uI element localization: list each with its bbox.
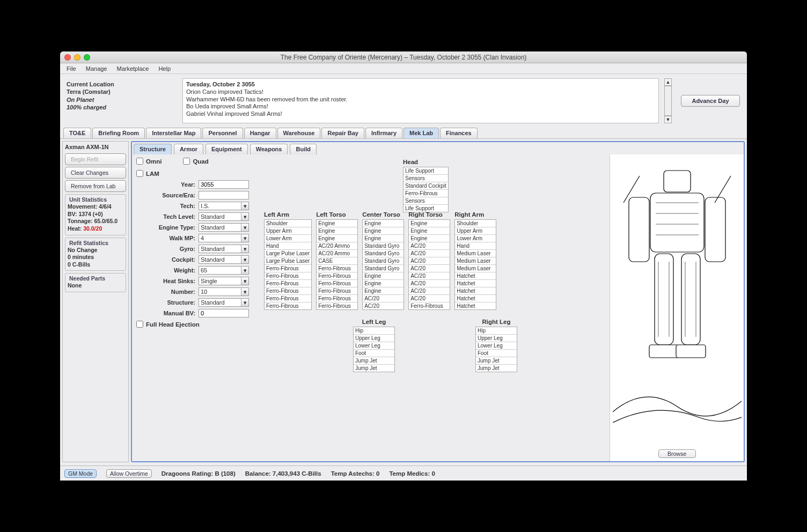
crit-slot[interactable]: Upper Arm <box>265 227 311 235</box>
crit-slot[interactable]: AC/20 <box>409 295 450 302</box>
crit-slot[interactable]: Lower Arm <box>455 235 496 242</box>
remove-from-lab-button[interactable]: Remove from Lab <box>65 180 126 192</box>
tab-finances[interactable]: Finances <box>440 128 478 138</box>
crit-slot[interactable]: Standard Gyro <box>363 257 404 265</box>
crit-slot[interactable]: Hand <box>455 242 496 250</box>
crit-slot[interactable]: Engine <box>363 280 404 287</box>
crit-slot[interactable]: Jump Jet <box>476 365 517 372</box>
tab-hangar[interactable]: Hangar <box>244 128 276 138</box>
crit-slot[interactable]: AC/20 <box>409 280 450 287</box>
log-scrollbar[interactable]: ▲ ▼ <box>664 78 673 123</box>
crit-slot[interactable]: AC/20 <box>409 257 450 265</box>
gm-mode-button[interactable]: GM Mode <box>64 469 97 478</box>
crit-slot[interactable]: Ferro-Fibrous <box>317 265 357 272</box>
crit-slot[interactable]: Lower Leg <box>354 342 394 350</box>
advance-day-button[interactable]: Advance Day <box>681 95 740 107</box>
crit-slot[interactable]: AC/20 Ammo <box>317 242 357 250</box>
lam-checkbox[interactable] <box>136 170 143 177</box>
crit-slot[interactable]: Engine <box>363 220 404 227</box>
browse-button[interactable]: Browse <box>658 449 696 458</box>
subtab-armor[interactable]: Armor <box>174 144 203 154</box>
year-input[interactable] <box>199 180 249 189</box>
begin-refit-button[interactable]: Begin Refit <box>65 153 126 165</box>
crit-slot[interactable]: Engine <box>363 227 404 235</box>
crit-slot[interactable]: Hatchet <box>455 302 496 309</box>
crit-slot[interactable]: Ferro-Fibrous <box>317 280 357 287</box>
crit-slot[interactable]: Standard Gyro <box>363 265 404 272</box>
crit-slot[interactable]: Ferro-Fibrous <box>404 190 448 197</box>
crit-slot[interactable]: Upper Leg <box>476 335 517 342</box>
crit-slot[interactable]: Standard Gyro <box>363 242 404 250</box>
crit-slot[interactable]: Sensors <box>404 197 448 205</box>
crit-slot[interactable]: Jump Jet <box>354 357 394 365</box>
crit-slot[interactable]: Engine <box>409 227 450 235</box>
crit-slot[interactable]: Ferro-Fibrous <box>265 265 311 272</box>
tab-repair[interactable]: Repair Bay <box>321 128 364 138</box>
gyro-select[interactable]: Standard▾ <box>199 245 249 253</box>
crit-slot[interactable]: Engine <box>363 235 404 242</box>
menu-help[interactable]: Help <box>154 64 175 73</box>
crit-slot[interactable]: Ferro-Fibrous <box>265 280 311 287</box>
menu-marketplace[interactable]: Marketplace <box>113 64 153 73</box>
subtab-equipment[interactable]: Equipment <box>206 144 248 154</box>
techlevel-select[interactable]: Standard▾ <box>199 212 249 221</box>
tab-infirmary[interactable]: Infirmary <box>365 128 402 138</box>
crit-slot[interactable]: Shoulder <box>455 220 496 227</box>
scroll-track[interactable] <box>664 86 672 116</box>
source-input[interactable] <box>199 191 249 200</box>
fullhead-checkbox[interactable] <box>136 321 143 328</box>
crit-slot[interactable]: AC/20 Ammo <box>317 250 357 257</box>
engine-select[interactable]: Standard▾ <box>199 223 249 232</box>
crit-slot[interactable]: Shoulder <box>265 220 311 227</box>
crit-slot[interactable]: Life Support <box>404 167 448 175</box>
crit-slot[interactable]: Lower Arm <box>265 235 311 242</box>
tab-briefing[interactable]: Briefing Room <box>92 128 145 138</box>
crit-slot[interactable]: Foot <box>476 350 517 357</box>
walkmp-select[interactable]: 4▾ <box>199 234 249 242</box>
subtab-build[interactable]: Build <box>290 144 317 154</box>
crit-slot[interactable]: Ferro-Fibrous <box>317 272 357 280</box>
crit-slot[interactable]: Upper Leg <box>354 335 394 342</box>
crit-slot[interactable]: Ferro-Fibrous <box>265 295 311 302</box>
crit-slot[interactable]: Ferro-Fibrous <box>317 302 357 309</box>
crit-slot[interactable]: AC/20 <box>409 272 450 280</box>
crit-slot[interactable]: Medium Laser <box>455 265 496 272</box>
crit-slot[interactable]: Large Pulse Laser <box>265 250 311 257</box>
menu-manage[interactable]: Manage <box>82 64 112 73</box>
crit-slot[interactable]: Engine <box>363 272 404 280</box>
crit-slot[interactable]: Sensors <box>404 175 448 182</box>
crit-slot[interactable]: Ferro-Fibrous <box>317 295 357 302</box>
crit-slot[interactable]: Ferro-Fibrous <box>409 302 450 309</box>
omni-checkbox[interactable] <box>136 158 143 165</box>
crit-slot[interactable]: Medium Laser <box>455 250 496 257</box>
crit-slot[interactable]: Engine <box>363 287 404 295</box>
crit-slot[interactable]: AC/20 <box>409 250 450 257</box>
tab-interstellar[interactable]: Interstellar Map <box>146 128 201 138</box>
crit-slot[interactable]: AC/20 <box>409 287 450 295</box>
structure-select[interactable]: Standard▾ <box>199 298 249 307</box>
tech-select[interactable]: I.S.▾ <box>199 202 249 210</box>
crit-slot[interactable]: Ferro-Fibrous <box>265 287 311 295</box>
crit-slot[interactable]: Medium Laser <box>455 257 496 265</box>
tab-toe[interactable]: TO&E <box>63 128 91 138</box>
scroll-down-icon[interactable]: ▼ <box>664 116 672 123</box>
crit-slot[interactable]: AC/20 <box>409 242 450 250</box>
crit-slot[interactable]: Engine <box>317 227 357 235</box>
crit-slot[interactable]: Ferro-Fibrous <box>317 287 357 295</box>
tab-personnel[interactable]: Personnel <box>202 128 243 138</box>
crit-slot[interactable]: Standard Gyro <box>363 250 404 257</box>
crit-slot[interactable]: Large Pulse Laser <box>265 257 311 265</box>
scroll-up-icon[interactable]: ▲ <box>664 78 672 86</box>
crit-slot[interactable]: Hatchet <box>455 272 496 280</box>
crit-slot[interactable]: Upper Arm <box>455 227 496 235</box>
crit-slot[interactable]: Hand <box>265 242 311 250</box>
crit-slot[interactable]: AC/20 <box>363 295 404 302</box>
crit-slot[interactable]: Ferro-Fibrous <box>265 272 311 280</box>
crit-slot[interactable]: CASE <box>317 257 357 265</box>
crit-slot[interactable]: Jump Jet <box>476 357 517 365</box>
crit-slot[interactable]: Engine <box>317 220 357 227</box>
crit-slot[interactable]: Ferro-Fibrous <box>265 302 311 309</box>
crit-slot[interactable]: Foot <box>354 350 394 357</box>
crit-slot[interactable]: Hatchet <box>455 295 496 302</box>
menu-file[interactable]: File <box>62 64 80 73</box>
